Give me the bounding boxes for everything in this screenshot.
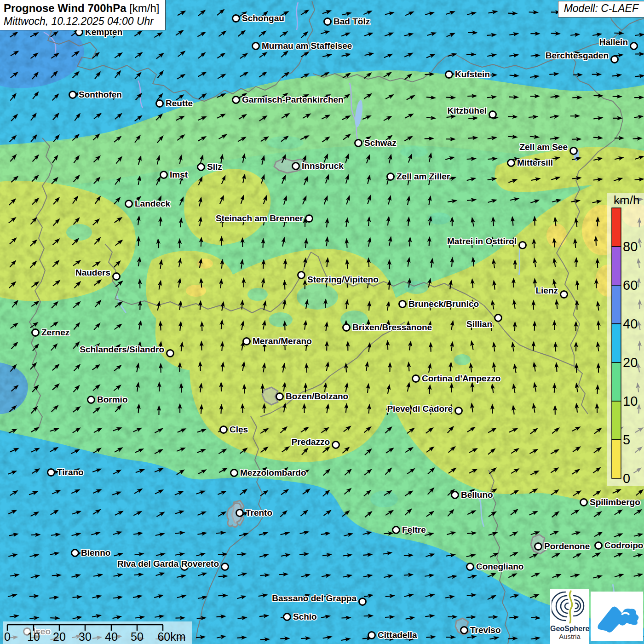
- city-label: Matrei in Osttirol: [447, 236, 517, 246]
- city-label: Bienno: [81, 548, 110, 558]
- model-label: Modell: C-LAEF: [564, 2, 638, 14]
- city: Spilimbergo: [581, 497, 640, 507]
- city: Riva del Garda: [117, 559, 188, 570]
- city-marker: [72, 550, 79, 557]
- legend-segment: [612, 324, 621, 362]
- city-label: Garmisch-Partenkirchen: [242, 95, 344, 104]
- city-marker: [231, 470, 238, 477]
- city-marker: [126, 201, 132, 207]
- city-label: Mittersill: [517, 158, 553, 167]
- city-label: Predazzo: [292, 437, 330, 447]
- city-label: Feltre: [402, 525, 426, 535]
- weather-map-canvas: SchongauBad TölzKemptenMurnau am Staffel…: [0, 0, 644, 644]
- city-label: Zernez: [41, 328, 69, 337]
- city-label: Schio: [293, 612, 317, 621]
- city-marker: [611, 56, 618, 63]
- legend-tick-label: 5: [623, 432, 630, 447]
- city-label: Schlanders/Silandro: [80, 345, 164, 354]
- map-title: Prognose Wind 700hPa: [4, 2, 126, 14]
- map-title-unit: [km/h]: [129, 2, 159, 14]
- city-marker: [48, 469, 55, 476]
- city-label: Landeck: [135, 199, 171, 208]
- city-label: Bruneck/Brunico: [408, 299, 479, 309]
- city-marker: [32, 329, 39, 336]
- city-marker: [156, 100, 163, 107]
- city-label: Pordenone: [544, 541, 590, 551]
- city-marker: [387, 173, 394, 180]
- city-label: Pieve di Cadore: [387, 404, 453, 414]
- city-marker: [243, 338, 250, 345]
- city-label: Treviso: [470, 625, 501, 635]
- legend-segment: [612, 362, 621, 401]
- city-marker: [519, 242, 526, 249]
- city-label: Kufstein: [455, 69, 490, 79]
- model-box: Modell: C-LAEF: [558, 1, 644, 17]
- city-marker: [113, 273, 120, 280]
- legend-segment: [612, 440, 621, 478]
- geosphere-logo-box: GeoSphere Austria: [550, 589, 589, 644]
- city-label: Silz: [207, 162, 222, 172]
- legend-tick-label: 40: [623, 316, 638, 331]
- city-marker: [306, 215, 313, 222]
- scale-bar: 0102030405060km: [3, 621, 192, 644]
- city-marker: [399, 301, 406, 308]
- city-label: Murnau am Staffelsee: [262, 41, 352, 51]
- legend-tick-label: 10: [623, 394, 638, 408]
- city: Trento: [236, 508, 273, 518]
- city-marker: [368, 632, 375, 639]
- city-marker: [452, 492, 459, 499]
- scalebar-label: 0: [4, 630, 11, 643]
- scalebar-label: 40: [105, 630, 118, 643]
- legend-segment: [612, 208, 621, 247]
- city-label: Berchtesgaden: [546, 51, 609, 60]
- city-label: Brixen/Bressanone: [352, 322, 432, 332]
- city-label: Schongau: [242, 13, 284, 23]
- city-label: Belluno: [461, 490, 493, 500]
- scalebar-label: 10: [27, 630, 40, 643]
- city-marker: [236, 510, 243, 517]
- city: Steinach am Brenner: [216, 213, 313, 223]
- city-label: Zell am See: [519, 142, 568, 152]
- city: Mezzolombardo: [231, 468, 306, 477]
- city-label: Steinach am Brenner: [216, 213, 304, 223]
- city-label: Bozen/Bolzano: [286, 391, 348, 401]
- city-label: Sillian: [466, 319, 492, 329]
- city-label: Cittadella: [378, 630, 417, 640]
- city-label: Innsbruck: [302, 161, 344, 171]
- city: Schio: [284, 612, 317, 621]
- city-marker: [222, 564, 229, 570]
- city-marker: [355, 140, 362, 147]
- legend-tick-label: 80: [623, 239, 638, 254]
- city-marker: [343, 324, 350, 331]
- title-box: Prognose Wind 700hPa [km/h] Mittwoch, 10…: [0, 0, 166, 30]
- city-marker: [276, 393, 283, 400]
- geosphere-country: Austria: [550, 633, 589, 641]
- city-marker: [333, 442, 339, 448]
- color-legend: km/h806040201050: [607, 193, 644, 486]
- city-marker: [167, 350, 174, 357]
- legend-segment: [612, 285, 621, 324]
- city-label: Rovereto: [181, 559, 219, 569]
- city-label: Bormio: [97, 395, 128, 404]
- map-datetime: Mittwoch, 10.12.2025 04:00 Uhr: [4, 15, 161, 28]
- city-label: Lienz: [535, 286, 558, 295]
- city-label: Tirano: [57, 467, 84, 477]
- legend-segment: [612, 247, 621, 285]
- city-marker: [88, 397, 95, 403]
- mountain-cloud-icon: [595, 597, 639, 636]
- geosphere-name: GeoSphere: [550, 625, 589, 633]
- city-marker: [581, 499, 587, 506]
- city-marker: [446, 71, 453, 78]
- scalebar-label: 20: [53, 630, 66, 643]
- city-marker: [324, 18, 331, 25]
- scalebar-label: 50: [131, 630, 144, 643]
- city: Silz: [198, 162, 222, 172]
- city-marker: [284, 614, 291, 621]
- city-marker: [69, 92, 76, 98]
- city-label: Zell am Ziller: [397, 172, 450, 181]
- city-marker: [298, 272, 305, 279]
- river: [519, 248, 520, 275]
- city: Cortina d'Ampezzo: [413, 374, 501, 383]
- city: Zell am Ziller: [387, 172, 450, 181]
- city-marker: [561, 291, 568, 298]
